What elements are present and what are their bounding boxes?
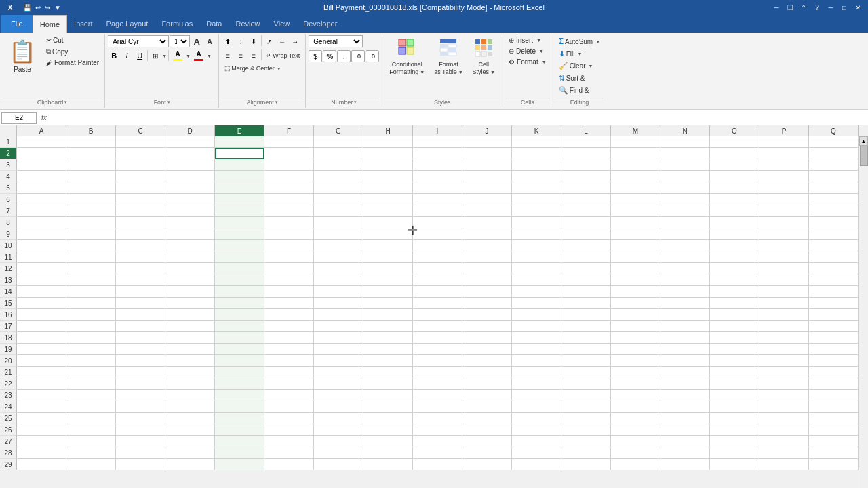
cell-D4[interactable] xyxy=(165,171,215,182)
cell-E4[interactable] xyxy=(215,171,264,182)
cell-F25[interactable] xyxy=(264,413,314,424)
cell-B29[interactable] xyxy=(66,459,116,470)
cell-A20[interactable] xyxy=(17,355,66,367)
cell-F23[interactable] xyxy=(264,390,314,401)
cell-F6[interactable] xyxy=(264,194,314,205)
cell-B28[interactable] xyxy=(66,447,116,459)
cell-D15[interactable] xyxy=(165,298,215,309)
cell-K15[interactable] xyxy=(512,298,561,309)
cell-M14[interactable] xyxy=(611,286,660,298)
cell-Q14[interactable] xyxy=(809,286,859,298)
cell-B18[interactable] xyxy=(66,332,116,344)
cell-J9[interactable] xyxy=(462,228,512,240)
ribbon-collapse-button[interactable]: ^ xyxy=(797,2,810,13)
cell-F18[interactable] xyxy=(264,332,314,344)
col-header-A[interactable]: A xyxy=(17,125,66,136)
cell-A15[interactable] xyxy=(17,298,66,309)
cell-A8[interactable] xyxy=(17,217,66,228)
cell-A24[interactable] xyxy=(17,401,66,413)
cell-L18[interactable] xyxy=(561,332,611,344)
cell-E9[interactable] xyxy=(215,228,264,240)
copy-button[interactable]: ⧉ Copy xyxy=(43,46,102,57)
cell-M23[interactable] xyxy=(611,390,660,401)
cell-C15[interactable] xyxy=(116,298,165,309)
cell-J15[interactable] xyxy=(462,298,512,309)
cell-P2[interactable] xyxy=(760,148,809,159)
row-number-16[interactable]: 16 xyxy=(0,309,17,321)
cell-M13[interactable] xyxy=(611,274,660,286)
cell-A17[interactable] xyxy=(17,321,66,332)
cell-E25[interactable] xyxy=(215,413,264,424)
cell-H21[interactable] xyxy=(363,367,413,378)
cell-C25[interactable] xyxy=(116,413,165,424)
col-header-B[interactable]: B xyxy=(66,125,116,136)
cell-I17[interactable] xyxy=(413,321,462,332)
cell-H23[interactable] xyxy=(363,390,413,401)
cell-A25[interactable] xyxy=(17,413,66,424)
cell-L29[interactable] xyxy=(561,459,611,470)
cell-O2[interactable] xyxy=(710,148,760,159)
cell-A5[interactable] xyxy=(17,182,66,194)
cell-G25[interactable] xyxy=(314,413,363,424)
col-header-O[interactable]: O xyxy=(710,125,760,136)
cell-K27[interactable] xyxy=(512,436,561,447)
cell-K1[interactable] xyxy=(512,136,561,148)
cell-H4[interactable] xyxy=(363,171,413,182)
cell-D27[interactable] xyxy=(165,436,215,447)
row-number-5[interactable]: 5 xyxy=(0,182,17,194)
italic-button[interactable]: I xyxy=(121,49,133,62)
cell-P17[interactable] xyxy=(760,321,809,332)
cell-O18[interactable] xyxy=(710,332,760,344)
alignment-expand-icon[interactable]: ▾ xyxy=(275,100,278,105)
cell-M19[interactable] xyxy=(611,344,660,355)
cell-E10[interactable] xyxy=(215,240,264,251)
cell-B3[interactable] xyxy=(66,159,116,171)
middle-align-button[interactable]: ↕ xyxy=(235,35,247,47)
cell-J7[interactable] xyxy=(462,205,512,217)
minimize-button[interactable]: ─ xyxy=(770,2,783,13)
cell-E1[interactable] xyxy=(215,136,264,148)
indent-increase-button[interactable]: → xyxy=(289,35,301,47)
cell-I26[interactable] xyxy=(413,424,462,436)
cell-F26[interactable] xyxy=(264,424,314,436)
cell-P12[interactable] xyxy=(760,263,809,274)
cell-Q16[interactable] xyxy=(809,309,859,321)
font-expand-icon[interactable]: ▾ xyxy=(167,100,170,105)
cell-E19[interactable] xyxy=(215,344,264,355)
cell-E16[interactable] xyxy=(215,309,264,321)
cell-H22[interactable] xyxy=(363,378,413,390)
cell-K26[interactable] xyxy=(512,424,561,436)
row-number-1[interactable]: 1 xyxy=(0,136,17,148)
cell-B19[interactable] xyxy=(66,344,116,355)
conditional-formatting-button[interactable]: ConditionalFormatting▼ xyxy=(385,35,429,79)
row-number-8[interactable]: 8 xyxy=(0,217,17,228)
restore-button[interactable]: ❐ xyxy=(784,2,796,13)
cell-G22[interactable] xyxy=(314,378,363,390)
cell-K3[interactable] xyxy=(512,159,561,171)
row-number-2[interactable]: 2 xyxy=(0,148,17,159)
cell-D21[interactable] xyxy=(165,367,215,378)
cell-O21[interactable] xyxy=(710,367,760,378)
cell-J12[interactable] xyxy=(462,263,512,274)
name-box[interactable] xyxy=(1,112,37,124)
cell-J26[interactable] xyxy=(462,424,512,436)
bold-button[interactable]: B xyxy=(108,49,120,62)
cell-Q9[interactable] xyxy=(809,228,859,240)
redo-qa-button[interactable]: ↪ xyxy=(43,3,52,12)
app-minimize-button[interactable]: ─ xyxy=(825,2,837,13)
cell-D10[interactable] xyxy=(165,240,215,251)
cell-H10[interactable] xyxy=(363,240,413,251)
cell-J29[interactable] xyxy=(462,459,512,470)
cell-B15[interactable] xyxy=(66,298,116,309)
cell-D7[interactable] xyxy=(165,205,215,217)
tab-file[interactable]: File xyxy=(1,15,33,33)
cell-H8[interactable] xyxy=(363,217,413,228)
cell-G7[interactable] xyxy=(314,205,363,217)
cell-G17[interactable] xyxy=(314,321,363,332)
format-painter-button[interactable]: 🖌 Format Painter xyxy=(43,58,102,68)
cell-M4[interactable] xyxy=(611,171,660,182)
cell-F10[interactable] xyxy=(264,240,314,251)
cell-P26[interactable] xyxy=(760,424,809,436)
cell-L6[interactable] xyxy=(561,194,611,205)
cell-C3[interactable] xyxy=(116,159,165,171)
